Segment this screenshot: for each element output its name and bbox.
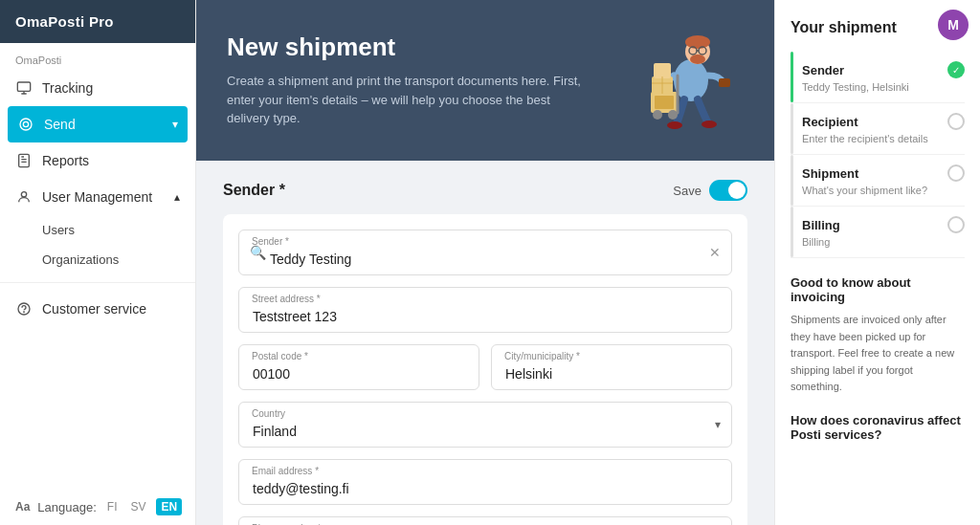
hero-title: New shipment	[227, 33, 629, 62]
step-recipient-sub: Enter the recipient's details	[802, 133, 965, 144]
tracking-icon	[15, 79, 33, 97]
svg-point-10	[690, 55, 705, 64]
step-sender-check-icon: ✓	[947, 61, 965, 78]
step-sender[interactable]: Sender ✓ Teddy Testing, Helsinki	[791, 52, 965, 103]
country-select[interactable]: Finland Sweden Norway Denmark	[238, 402, 732, 448]
sender-form-card: 🔍 Sender * ✕ Street address * Postal cod…	[223, 214, 747, 525]
sidebar-item-user-management[interactable]: User Management ▴	[0, 179, 195, 215]
info-invoicing-title: Good to know about invoicing	[791, 275, 965, 304]
svg-point-4	[21, 192, 26, 197]
street-address-input[interactable]	[238, 287, 732, 333]
step-billing-name: Billing	[802, 218, 840, 232]
sender-field-container: 🔍 Sender * ✕	[238, 230, 732, 275]
info-coronavirus-title: How does coronavirus affect Posti servic…	[791, 413, 965, 442]
sender-search-icon: 🔍	[250, 245, 266, 260]
step-sender-name: Sender	[802, 63, 844, 77]
sender-section-title: Sender *	[223, 182, 285, 199]
step-billing[interactable]: Billing Billing	[791, 207, 965, 258]
hero-description: Create a shipment and print the transpor…	[227, 72, 590, 128]
sidebar-section-label: OmaPosti	[0, 43, 195, 70]
svg-point-2	[20, 119, 32, 130]
country-field-container: Country Finland Sweden Norway Denmark ▾	[238, 402, 732, 448]
step-shipment-sub: What's your shipment like?	[802, 185, 965, 196]
lang-fi[interactable]: FI	[104, 498, 121, 515]
svg-rect-14	[719, 78, 730, 87]
language-label: Language:	[37, 500, 96, 514]
sender-input[interactable]	[238, 230, 732, 275]
svg-point-9	[685, 35, 710, 49]
tracking-label: Tracking	[42, 80, 93, 96]
phone-input[interactable]	[238, 516, 732, 525]
sidebar-item-customer-service[interactable]: Customer service	[0, 291, 195, 327]
sidebar: OmaPosti Pro OmaPosti Tracking Send ▾ Re…	[0, 0, 196, 525]
step-shipment-header: Shipment	[802, 164, 965, 182]
customer-service-label: Customer service	[42, 301, 146, 317]
user-management-icon	[15, 188, 33, 206]
phone-field-container: Phone number *	[238, 516, 732, 525]
postal-code-field-container: Postal code *	[238, 344, 479, 390]
city-input[interactable]	[491, 344, 732, 390]
street-address-field-container: Street address *	[238, 287, 732, 333]
step-recipient-header: Recipient	[802, 113, 965, 130]
sidebar-sub-item-users[interactable]: Users	[0, 215, 195, 245]
reports-icon	[15, 152, 33, 169]
sidebar-item-reports[interactable]: Reports	[0, 142, 195, 179]
step-billing-circle-icon	[947, 216, 965, 233]
info-section-invoicing: Good to know about invoicing Shipments a…	[791, 275, 965, 396]
step-recipient[interactable]: Recipient Enter the recipient's details	[791, 103, 965, 155]
reports-label: Reports	[42, 153, 89, 168]
svg-rect-20	[654, 63, 671, 78]
send-chevron-icon: ▾	[172, 118, 178, 131]
step-shipment[interactable]: Shipment What's your shipment like?	[791, 155, 965, 207]
svg-point-25	[668, 110, 678, 120]
step-recipient-name: Recipient	[802, 115, 858, 129]
svg-point-24	[653, 110, 662, 120]
save-label: Save	[673, 184, 702, 198]
hero-text: New shipment Create a shipment and print…	[227, 33, 629, 128]
save-toggle-switch[interactable]	[709, 180, 747, 201]
language-selector: Aa Language: FI SV EN	[0, 489, 195, 525]
step-billing-header: Billing	[802, 216, 965, 233]
language-aa-icon: Aa	[15, 500, 30, 514]
info-invoicing-text: Shipments are invoiced only after they h…	[791, 312, 965, 396]
lang-sv[interactable]: SV	[127, 498, 148, 515]
lang-en[interactable]: EN	[156, 498, 182, 515]
step-recipient-circle-icon	[947, 113, 965, 130]
svg-rect-0	[17, 82, 30, 91]
customer-service-icon	[15, 300, 33, 317]
step-sender-sub: Teddy Testing, Helsinki	[802, 81, 965, 93]
hero-illustration	[648, 23, 744, 138]
sidebar-item-send[interactable]: Send ▾	[8, 106, 188, 142]
info-section-coronavirus[interactable]: How does coronavirus affect Posti servic…	[791, 413, 965, 442]
step-shipment-name: Shipment	[802, 166, 858, 181]
send-label: Send	[44, 117, 76, 132]
postal-city-row: Postal code * City/municipality *	[238, 344, 732, 390]
email-input[interactable]	[238, 459, 732, 505]
avatar[interactable]: M	[938, 10, 969, 40]
step-shipment-circle-icon	[947, 164, 965, 182]
postal-code-input[interactable]	[238, 344, 479, 390]
svg-point-15	[667, 121, 682, 129]
svg-rect-18	[655, 96, 674, 109]
send-icon	[17, 116, 34, 133]
step-sender-header: Sender ✓	[802, 61, 965, 78]
sidebar-logo: OmaPosti Pro	[0, 0, 195, 43]
sidebar-item-tracking[interactable]: Tracking	[0, 70, 195, 106]
svg-point-1	[23, 121, 28, 126]
save-toggle-container: Save	[673, 180, 747, 201]
svg-rect-3	[19, 154, 30, 166]
svg-point-16	[702, 120, 717, 128]
hero-banner: New shipment Create a shipment and print…	[196, 0, 774, 161]
user-management-chevron-icon: ▴	[174, 190, 180, 204]
form-area: Sender * Save 🔍 Sender * ✕ Street addres…	[196, 161, 774, 525]
sender-clear-icon[interactable]: ✕	[709, 245, 721, 260]
city-field-container: City/municipality *	[491, 344, 732, 390]
main-content: New shipment Create a shipment and print…	[196, 0, 774, 525]
sidebar-sub-item-organizations[interactable]: Organizations	[0, 245, 195, 274]
right-panel: Your shipment Sender ✓ Teddy Testing, He…	[774, 0, 980, 525]
step-billing-sub: Billing	[802, 236, 965, 248]
email-field-container: Email address *	[238, 459, 732, 505]
sender-header: Sender * Save	[223, 180, 747, 201]
user-management-label: User Management	[42, 189, 152, 205]
sidebar-divider	[0, 282, 195, 283]
